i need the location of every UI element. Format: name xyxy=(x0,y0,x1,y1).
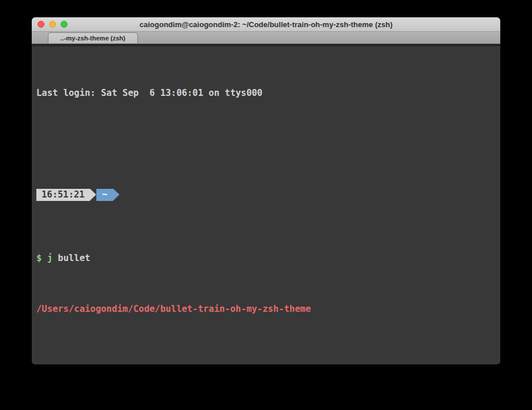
traffic-lights xyxy=(38,17,68,31)
last-login-line: Last login: Sat Sep 6 13:06:01 on ttys00… xyxy=(36,87,496,99)
blank-line xyxy=(36,341,496,353)
powerline-separator xyxy=(113,189,119,201)
blank-line xyxy=(36,125,496,137)
command-text: j xyxy=(47,253,53,263)
powerline-separator xyxy=(90,189,96,201)
prompt-dir: ~ xyxy=(102,188,107,201)
command-line: $ j bullet xyxy=(36,252,496,264)
prompt-symbol: $ xyxy=(36,253,47,263)
desktop-background: caiogondim@caiogondim-2: ~/Code/bullet-t… xyxy=(0,0,532,410)
terminal-tab[interactable]: ..-my-zsh-theme (zsh) xyxy=(48,32,138,43)
terminal-window: caiogondim@caiogondim-2: ~/Code/bullet-t… xyxy=(32,17,500,364)
prompt-time: 16:51:21 xyxy=(42,188,85,201)
terminal-content[interactable]: Last login: Sat Sep 6 13:06:01 on ttys00… xyxy=(32,46,500,364)
minimize-button[interactable] xyxy=(49,21,56,28)
tab-bar: ..-my-zsh-theme (zsh) xyxy=(32,32,500,44)
prompt-line: 16:51:21 ~ xyxy=(36,188,496,201)
tab-label: ..-my-zsh-theme (zsh) xyxy=(61,35,125,42)
prompt-time-segment: 16:51:21 xyxy=(36,189,90,201)
close-button[interactable] xyxy=(38,21,44,28)
prompt-dir-segment: ~ xyxy=(96,189,113,201)
window-titlebar[interactable]: caiogondim@caiogondim-2: ~/Code/bullet-t… xyxy=(32,17,500,32)
zoom-button[interactable] xyxy=(61,21,68,28)
jump-output-path: /Users/caiogondim/Code/bullet-train-oh-m… xyxy=(36,303,496,315)
window-title: caiogondim@caiogondim-2: ~/Code/bullet-t… xyxy=(140,20,392,29)
command-args: bullet xyxy=(53,253,90,263)
